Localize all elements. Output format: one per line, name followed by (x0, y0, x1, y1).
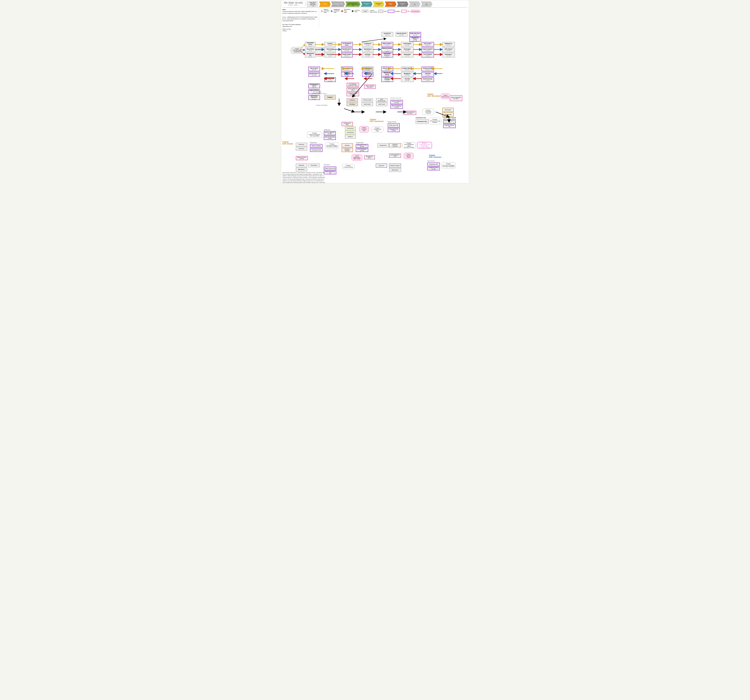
epilogue-dark-aeon-node: Epilogue:The Dark Aeon, New Moon Rising,… (417, 142, 432, 149)
imperial-city-prison-node: Imperial City Prison [Lvl 45] (409, 37, 421, 42)
notes-legend: Note: Levels are based on when the conte… (283, 9, 468, 27)
spindleclutch-ii-node: Spindleclutch II [Lvl 40] (308, 72, 320, 77)
asylum-sanctorium-node: Asylum Sanctorium (CP 160+) (404, 111, 416, 115)
stormhaven-node: Stormhaven (Lvl 16) (362, 48, 373, 52)
legend-black-path: ➤ CommonPath (351, 9, 360, 13)
version-elsweyr: Elsweyr5.0 (385, 2, 397, 7)
scalebreaker-label: Scalebreaker (356, 142, 364, 143)
banished-cells-ii-node: The Banished Cells II [Lvl 41] (308, 84, 320, 88)
fungal-grotto-ii-node: Fungal Grotto II [Lvl 39] (324, 77, 336, 82)
wrothgar-node: Wrothgar (347, 102, 358, 106)
dungeon-label: Dungeon (395, 11, 400, 12)
elsweyr-node: Elsweyr (342, 143, 353, 148)
note-author: By TheynT ⚙ Cidhna dataMine (283, 24, 318, 26)
legend-black-label: CommonPath (355, 9, 360, 12)
banished-cells-i-node: The Banished Cells I (341, 42, 353, 47)
legend-tutorial-shape: Tutorial TutorialGame Starts (361, 10, 377, 13)
zone-label: Zone (384, 11, 387, 12)
southern-elsweyr-node: Southern Elsweyr (389, 143, 401, 148)
eso-title: Elder ScrollsOnline (283, 28, 468, 32)
icereach-node: Icereach [Lvl 45] (427, 163, 440, 166)
prologue-demon-weapon-node: Prologue:The Demon Weapon,The Halls of C… (326, 142, 339, 149)
white-gold-tower-node: White-Gold Tower [Lvl 45] (409, 32, 421, 37)
the-rift-node: The Rift (Lvl 40) (401, 77, 413, 82)
blackreach-top-node: Blackreach (389, 168, 401, 172)
legend-arrows: ➤ AldmeriDominionPath ➤ DaggerfallCovena… (320, 9, 421, 13)
chapter-elsweyr-label: ChapterESO: Elsweyr (283, 141, 294, 145)
fungal-grotto-i-node: Fungal Grotto I [Lvl 10] (341, 53, 353, 57)
coldharbour-node: Coldharbour (Lvl 48) (362, 67, 373, 71)
artaeum-node: Artaeum (345, 135, 356, 138)
grahtwood-node: Grahtwood (Lvl 16) (362, 42, 373, 47)
orsinium-node: Orsinium (347, 98, 358, 102)
wrathstone-label: Wrathstone (310, 142, 317, 143)
wayrest-sewers-i-node: Wayrest Sewers I (Lvl 16) (381, 48, 393, 52)
clockwork-city-node: Clockwork City (416, 119, 428, 124)
gold-coast-node: Gold Coast (376, 102, 387, 106)
stros-title: Stros M'Kai (307, 48, 314, 50)
game-subtitle: ONLINE (283, 4, 304, 6)
prologue-shape: Prologue|Epilogue (410, 10, 420, 13)
halls-of-fabrication-node: Halls of Fabrication (CP 160+) (450, 95, 462, 101)
prologue-ruthless-node: Prologue:Ruthless Competition;The Cursed… (307, 132, 322, 138)
alik-r-desert-node: Alik'r Desert (Lvl 30) (443, 48, 455, 52)
prologue-gray-host-node: Prologue:A Gray Host Rises (342, 164, 355, 169)
page-container: The Elder Scrolls ONLINE Base GameZones … (281, 0, 469, 183)
elden-hollow-i-node: Elden Hollow I (Lvl 14) (381, 42, 393, 47)
legend-trial-shape: Trial (401, 10, 409, 13)
blessed-crucible-node: Blessed Crucible [Lvl 32] (381, 77, 393, 82)
tutorial-broken-bonds-node: Tutorial:Broken Bonds (441, 94, 450, 99)
legend-shapes: Tutorial TutorialGame Starts Zone Dungeo… (361, 10, 420, 13)
legend-container: ➤ AldmeriDominionPath ➤ DaggerfallCovena… (320, 9, 421, 13)
direfrost-keep-node: Direfrost Keep (Lvl 24) (421, 77, 434, 82)
maw-of-lorkhaj-node: Maw of Lorkhaj (CP 160+) (364, 85, 376, 89)
morrowind-main-node: Morrowind (443, 108, 454, 112)
bottom-note: Elder Scrolls Online's take on "play wha… (283, 172, 326, 183)
tutorial-bound-blood-node: Tutorial:Bound inBlood (404, 153, 414, 159)
lair-of-maarselok-node: Lair of Maarselok [Lvl 45] (356, 148, 368, 152)
deshaan-node: Deshaan (Lvl 16) (362, 53, 373, 57)
the-reach-node: The Reach (308, 163, 320, 167)
legend-red-label: EbonheartPactPath (344, 9, 350, 13)
tutorial-node: Tutorial:Soul Shriven inColdharbour (290, 47, 304, 54)
version-base: Base GameZones &Main Quest1.0 (307, 2, 319, 7)
moon-hunter-keep-node: Moon Hunter Keep [Lvl 45] (324, 136, 336, 140)
dragonhold-node: Dragonhold (377, 143, 389, 148)
murkmire-node2: Murkmire (296, 147, 307, 151)
western-skyrim-node: Western Skyrim (389, 163, 401, 168)
legend-blue-path: ➤ DaggerfallCovenantPath (330, 9, 340, 13)
stonefalls-node: Stonefalls (Lvl 5) (324, 53, 336, 57)
craglorn-main-node: Craglorn (324, 95, 336, 100)
bleackrock-title: Bleackrock Isle (306, 53, 315, 56)
depths-of-malatar-node: Depths of Malatar (310, 144, 323, 148)
bleackrock-node: Bleackrock Isle (Lvl 1) (305, 53, 316, 57)
cloudrest-node: Cloudrest (CP 160+) (342, 122, 353, 126)
legend-blue-label: DaggerfallCovenantPath (334, 9, 340, 13)
tutorial-mind-trap-node: Tutorial:The MindTrap (359, 126, 369, 132)
sanctum-ophidia-node: Sanctum Ophidia (CP 160+) (347, 92, 359, 96)
note-title: Note: (283, 9, 318, 11)
version-8: ?8.0 (421, 2, 432, 7)
city-of-ash-i-node: City of Ash I (Lvl 22) (421, 42, 434, 47)
fang-lair-node: Fang Lair [Lvl 45] (388, 123, 400, 128)
tutorial-label: TutorialGame Starts (370, 10, 377, 13)
spindleclutch-i-node: Spindleclutch I [Lvl 10] (341, 48, 353, 52)
craglorn-label: CraglornAdventure Zone (316, 91, 326, 94)
trial-label: Trial (407, 11, 409, 12)
arx-corinium-node: Arx Corinium [Lvl 18] (421, 53, 434, 57)
notes-box: Note: Levels are based on when the conte… (283, 9, 319, 27)
version-greymoor: Greymoor6.0 (397, 2, 408, 7)
volenfell-node: Volenfell (Lvl 28) (421, 72, 434, 77)
prologue-veil-darkly-node: Prologue:Through a VeilDarkly (372, 126, 383, 132)
cradle-of-shadows-node: Cradle of Shadows (Lvl 45) (390, 100, 403, 104)
blackreach-bottom-node: Blackreach (296, 168, 307, 171)
summerset-node-main: Summerset (345, 131, 356, 134)
tutorial-label: Tutorial:Soul Shriven inColdharbour (293, 48, 301, 52)
vaults-of-madness-node: Vaults of Madness (Lvl 48) (362, 72, 373, 77)
chapter-greymoor-label: ChapterESO: Greymoor (429, 154, 441, 158)
blackrose-prison-node: Blackrose Prison [Lvl 45] (296, 156, 308, 160)
flowchart-area: Tutorial:Soul Shriven inColdharbour Khen… (283, 32, 466, 182)
aetharian-archive-node: The Aetharian Archive (CP 160+) (347, 83, 359, 87)
bleackrock-level: (Lvl 1) (309, 56, 312, 57)
betnikh-node: Betnikh (317, 48, 325, 51)
